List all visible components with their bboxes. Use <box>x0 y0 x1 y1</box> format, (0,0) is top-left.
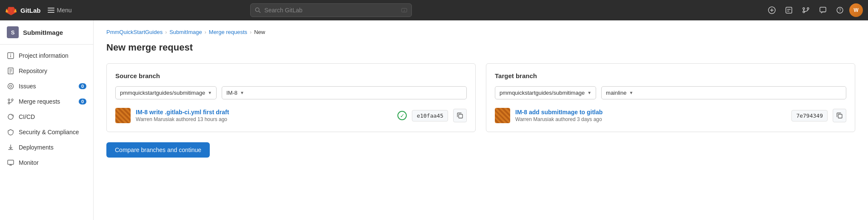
source-commit-meta: Warren Marusiak authored 13 hours ago <box>136 116 392 122</box>
source-commit-avatar <box>115 108 131 123</box>
target-commit-avatar <box>495 108 510 123</box>
source-branch-label: IM-8 <box>226 90 237 96</box>
svg-rect-10 <box>786 7 792 13</box>
target-commit-copy-button[interactable] <box>833 109 846 122</box>
sidebar-item-project-information-label: Project information <box>19 52 86 59</box>
target-commit-meta: Warren Marusiak authored 3 days ago <box>515 116 786 122</box>
sidebar-item-merge-requests-label: Merge requests <box>19 98 74 105</box>
source-commit-author: Warren Marusiak <box>136 116 176 122</box>
breadcrumb: PmmQuickStartGuides › SubmitImage › Merg… <box>106 29 855 35</box>
source-commit-title[interactable]: IM-8 write .gitlab-ci.yml first draft <box>136 109 392 116</box>
gitlab-logo-icon <box>5 4 17 16</box>
target-branch-chevron-icon: ▼ <box>629 90 633 95</box>
source-repo-chevron-icon: ▼ <box>208 90 212 95</box>
svg-point-21 <box>10 54 11 55</box>
copy-icon <box>457 113 463 118</box>
issues-nav-button[interactable] <box>815 3 831 18</box>
svg-line-4 <box>259 11 261 13</box>
project-avatar: S <box>7 26 19 38</box>
target-avatar-img <box>495 108 510 123</box>
search-input[interactable] <box>264 7 398 14</box>
sidebar-item-deployments-label: Deployments <box>19 144 86 151</box>
source-commit-copy-button[interactable] <box>453 109 467 122</box>
breadcrumb-item-1[interactable]: SubmitImage <box>169 29 202 35</box>
gitlab-logo-link[interactable]: GitLab <box>5 4 41 16</box>
gitlab-brand-text: GitLab <box>20 7 41 14</box>
plus-icon <box>768 6 776 14</box>
breadcrumb-sep-0: › <box>165 29 167 35</box>
breadcrumb-item-2[interactable]: Merge requests <box>209 29 247 35</box>
todo-button[interactable] <box>781 3 797 18</box>
breadcrumb-sep-2: › <box>250 29 251 35</box>
source-branch-chevron-icon: ▼ <box>240 90 244 95</box>
compare-branches-button[interactable]: Compare branches and continue <box>106 142 210 158</box>
svg-rect-1 <box>48 10 54 11</box>
target-repo-select[interactable]: pmmquickstartguides/submitimage ▼ <box>495 86 596 99</box>
target-branch-select[interactable]: mainline ▼ <box>601 86 846 99</box>
svg-point-3 <box>256 8 260 11</box>
source-commit-hash: e10faa45 <box>412 110 448 121</box>
target-commit-title[interactable]: IM-8 add submitImage to gitlab <box>515 109 786 116</box>
monitor-icon <box>7 159 14 166</box>
copy-icon-target <box>837 113 842 118</box>
sidebar-item-security-compliance[interactable]: Security & Compliance <box>0 124 93 140</box>
target-branch-label: mainline <box>606 90 626 96</box>
merge-request-nav-button[interactable] <box>798 3 814 18</box>
source-avatar-img <box>115 108 131 123</box>
merge-requests-badge: 0 <box>79 99 86 104</box>
svg-rect-35 <box>838 114 842 118</box>
book-icon <box>7 67 14 75</box>
sidebar-item-issues-label: Issues <box>19 83 74 90</box>
sidebar-item-issues[interactable]: Issues 0 <box>0 79 93 94</box>
menu-button[interactable]: Menu <box>48 7 72 14</box>
sidebar-item-cicd[interactable]: CI/CD <box>0 109 93 124</box>
svg-text:/: / <box>404 9 405 12</box>
sidebar-item-repository-label: Repository <box>19 68 86 74</box>
svg-rect-31 <box>8 160 14 164</box>
target-branch-selectors: pmmquickstartguides/submitimage ▼ mainli… <box>495 86 846 99</box>
topnav: GitLab Menu / <box>0 0 868 20</box>
sidebar-item-deployments[interactable]: Deployments <box>0 140 93 155</box>
source-branch-title: Source branch <box>115 72 467 79</box>
source-repo-select[interactable]: pmmquickstartguides/submitimage ▼ <box>115 86 217 99</box>
source-commit-status-icon: ✓ <box>397 111 407 120</box>
main-content: PmmQuickStartGuides › SubmitImage › Merg… <box>94 20 868 220</box>
sidebar-item-repository[interactable]: Repository <box>0 63 93 79</box>
svg-point-14 <box>807 8 809 9</box>
breadcrumb-item-3: New <box>254 29 265 35</box>
search-icon <box>255 7 261 13</box>
sidebar: S SubmitImage Project information Reposi… <box>0 20 94 220</box>
svg-rect-2 <box>48 12 54 13</box>
svg-rect-34 <box>459 114 463 118</box>
sidebar-item-monitor[interactable]: Monitor <box>0 155 93 170</box>
target-branch-title: Target branch <box>495 72 846 79</box>
help-button[interactable]: ? <box>832 3 848 18</box>
source-commit-info: IM-8 write .gitlab-ci.yml first draft Wa… <box>136 109 392 122</box>
branch-panels: Source branch pmmquickstartguides/submit… <box>106 63 855 132</box>
search-bar[interactable]: / <box>250 3 412 17</box>
info-icon <box>7 52 14 59</box>
target-repo-chevron-icon: ▼ <box>587 90 591 95</box>
page-title: New merge request <box>106 42 855 53</box>
sidebar-item-security-label: Security & Compliance <box>19 129 86 135</box>
sidebar-item-project-information[interactable]: Project information <box>0 48 93 63</box>
target-commit-info: IM-8 add submitImage to gitlab Warren Ma… <box>515 109 786 122</box>
sidebar-item-cicd-label: CI/CD <box>19 113 86 120</box>
user-avatar[interactable]: W <box>849 3 863 17</box>
breadcrumb-sep-1: › <box>205 29 206 35</box>
sidebar-nav: Project information Repository Issues 0 <box>0 45 93 174</box>
sidebar-item-merge-requests[interactable]: Merge requests 0 <box>0 94 93 109</box>
issues-badge: 0 <box>79 83 86 89</box>
sidebar-project-header[interactable]: S SubmitImage <box>0 20 93 45</box>
target-commit-time: authored 3 days ago <box>555 116 602 122</box>
main-layout: S SubmitImage Project information Reposi… <box>0 20 868 220</box>
new-item-button[interactable] <box>764 3 779 18</box>
cicd-icon <box>7 113 14 121</box>
breadcrumb-item-0[interactable]: PmmQuickStartGuides <box>106 29 163 35</box>
source-branch-select[interactable]: IM-8 ▼ <box>222 86 467 99</box>
target-commit-author: Warren Marusiak <box>515 116 555 122</box>
topnav-actions: ? W <box>764 3 863 18</box>
source-repo-label: pmmquickstartguides/submitimage <box>120 90 205 96</box>
menu-label: Menu <box>57 7 72 14</box>
merge-icon <box>7 98 14 105</box>
